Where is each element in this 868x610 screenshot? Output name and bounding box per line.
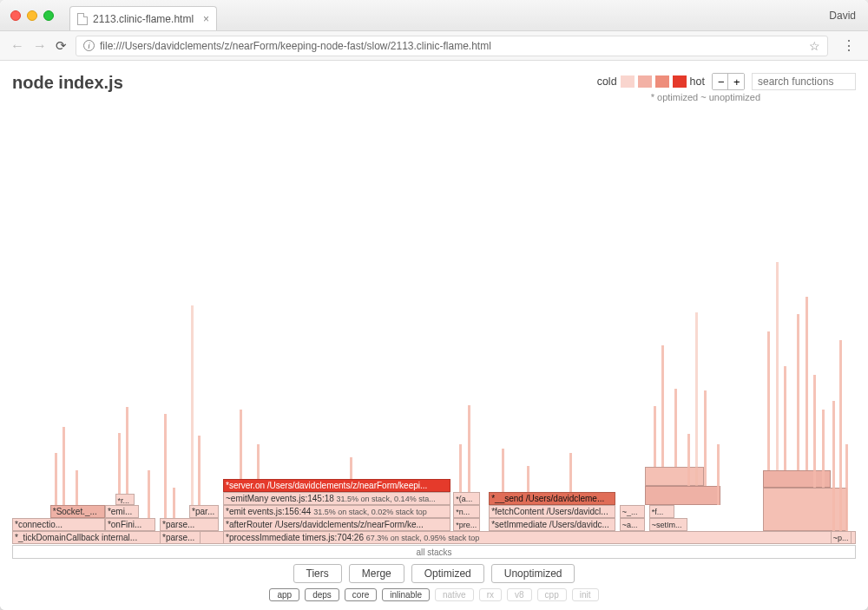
chip-core[interactable]: core: [345, 588, 377, 601]
flame-spike: [76, 470, 78, 505]
legend-cold-label: cold: [597, 75, 617, 88]
flame-frame[interactable]: *(a...: [453, 492, 480, 505]
flame-frame[interactable]: [763, 470, 831, 488]
flame-spike: [839, 340, 842, 531]
frame-label: *parse...: [162, 533, 194, 542]
nav-arrows: ← →: [10, 38, 47, 54]
flame-frame[interactable]: *parse...: [160, 531, 201, 544]
flame-spike: [459, 444, 462, 492]
flame-frame[interactable]: [645, 486, 720, 505]
flame-spike: [126, 407, 128, 494]
chip-deps[interactable]: deps: [305, 588, 339, 601]
flame-spike: [164, 414, 167, 518]
flame-frame[interactable]: *fetchContent /Users/davidcl...: [489, 505, 615, 518]
flame-spike: [704, 390, 707, 486]
forward-icon: →: [33, 38, 47, 54]
frame-label: *processImmediate timers.js:704:26: [226, 533, 364, 542]
merge-button[interactable]: Merge: [349, 564, 404, 583]
flame-spike: [806, 297, 808, 470]
flame-graph[interactable]: *_tickDomainCallback internal... *connec…: [12, 106, 856, 559]
frame-label: *emit events.js:156:44: [226, 507, 311, 516]
flame-spike: [502, 449, 504, 492]
chip-rx[interactable]: rx: [479, 588, 502, 601]
flame-frame[interactable]: *r...: [115, 494, 135, 505]
minimize-window-icon[interactable]: [27, 10, 37, 21]
flame-frame[interactable]: *pre...: [453, 518, 480, 531]
close-tab-icon[interactable]: ×: [203, 13, 209, 25]
frame-label: *server.on /Users/davidclements/z/nearFo…: [226, 481, 427, 490]
chip-app[interactable]: app: [269, 588, 299, 601]
flame-frame[interactable]: *emi...: [105, 505, 139, 518]
chip-inlinable[interactable]: inlinable: [382, 588, 430, 601]
flame-frame[interactable]: *Socket._...: [50, 505, 105, 518]
unoptimized-button[interactable]: Unoptimized: [491, 564, 575, 583]
bookmark-star-icon[interactable]: ☆: [809, 39, 820, 53]
frame-label: ~setIm...: [652, 521, 682, 529]
frame-label: *emi...: [108, 507, 132, 516]
frame-label: ~_...: [622, 508, 638, 516]
flame-frame[interactable]: *onFini...: [105, 518, 155, 531]
frame-label: *r...: [118, 496, 130, 505]
profile-name[interactable]: David: [817, 10, 868, 22]
flame-frame[interactable]: ~p...: [831, 531, 852, 544]
flame-frame[interactable]: ~a...: [620, 518, 645, 531]
flame-frame[interactable]: ~emitMany events.js:145:18 31.5% on stac…: [223, 492, 450, 505]
flame-frame[interactable]: *processImmediate timers.js:704:26 67.3%…: [223, 531, 856, 544]
flame-frame[interactable]: *setImmediate /Users/davidc...: [489, 518, 615, 531]
all-stacks-bar[interactable]: all stacks: [12, 545, 856, 559]
flame-frame[interactable]: *connectio...: [12, 518, 105, 531]
heat-swatch-1: [621, 75, 635, 88]
chip-cpp[interactable]: cpp: [537, 588, 567, 601]
chip-v8[interactable]: v8: [507, 588, 532, 601]
flame-spike: [776, 262, 779, 470]
menu-icon[interactable]: ⋮: [837, 37, 861, 54]
flame-spike: [118, 433, 121, 494]
frame-label: *pre...: [456, 521, 477, 529]
frame-note: 67.3% on stack, 0.95% stack top: [366, 534, 480, 542]
flame-spike: [198, 436, 201, 505]
flame-spike: [191, 305, 194, 505]
browser-tab[interactable]: 2113.clinic-flame.html ×: [69, 6, 217, 30]
maximize-window-icon[interactable]: [43, 10, 54, 21]
frame-note: 31.5% on stack, 0.02% stack top: [313, 508, 427, 516]
flame-frame[interactable]: *n...: [453, 505, 480, 518]
search-input[interactable]: [752, 73, 856, 90]
zoom-out-button[interactable]: −: [713, 74, 728, 89]
flame-frame[interactable]: *parse...: [160, 518, 219, 531]
flame-frame[interactable]: *afterRouter /Users/davidclements/z/near…: [223, 518, 450, 531]
tiers-button[interactable]: Tiers: [293, 564, 342, 583]
flame-spike: [687, 434, 690, 486]
flame-spike: [797, 314, 799, 470]
frame-label: *parse...: [162, 520, 194, 529]
url-box[interactable]: i file:///Users/davidclements/z/nearForm…: [76, 36, 828, 56]
flame-frame[interactable]: *__send /Users/davidcleme...: [489, 492, 615, 505]
flame-spike: [784, 366, 786, 470]
zoom-in-button[interactable]: +: [728, 74, 744, 89]
flame-frame[interactable]: *f...: [649, 505, 674, 518]
flame-frame[interactable]: *emit events.js:156:44 31.5% on stack, 0…: [223, 505, 450, 518]
flame-spike: [845, 444, 848, 531]
frame-label: *Socket._...: [53, 507, 97, 516]
flame-spike: [148, 470, 150, 518]
frame-label: *f...: [652, 508, 664, 516]
flame-frame[interactable]: *par...: [189, 505, 219, 518]
flame-spike: [822, 410, 825, 488]
flame-frame[interactable]: ~_...: [620, 505, 645, 518]
heat-swatch-3: [655, 75, 669, 88]
frame-label: ~emitMany events.js:145:18: [226, 494, 334, 503]
flame-frame[interactable]: *server.on /Users/davidclements/z/nearFo…: [223, 479, 450, 492]
reload-icon[interactable]: ⟳: [56, 38, 67, 54]
flame-spike: [661, 345, 664, 467]
info-icon[interactable]: i: [83, 40, 95, 51]
flame-frame[interactable]: ~setIm...: [649, 518, 687, 531]
file-icon: [77, 13, 88, 25]
back-icon[interactable]: ←: [10, 38, 24, 54]
chip-native[interactable]: native: [435, 588, 474, 601]
flame-spike: [674, 389, 677, 467]
flame-spike: [767, 331, 770, 470]
close-window-icon[interactable]: [10, 10, 21, 21]
optimized-button[interactable]: Optimized: [411, 564, 484, 583]
flame-spike: [55, 453, 57, 505]
chip-init[interactable]: init: [572, 588, 599, 601]
frame-label: *n...: [456, 508, 470, 516]
